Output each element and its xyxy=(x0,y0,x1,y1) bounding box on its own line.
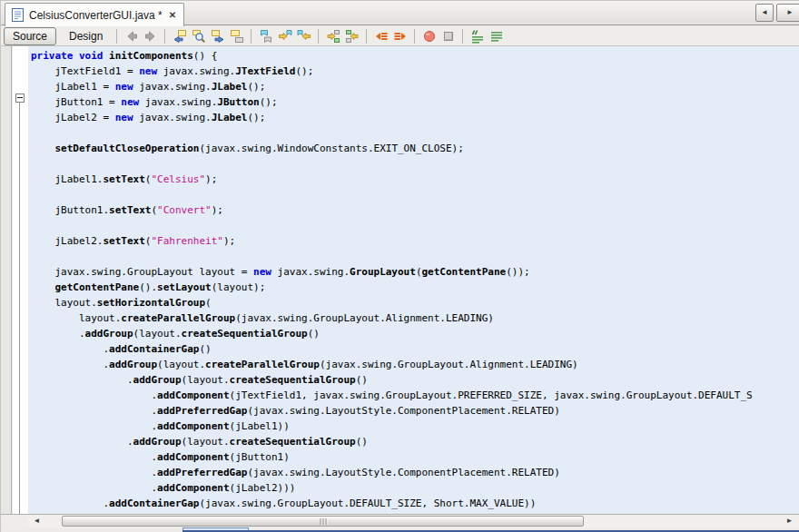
tab-scroll-right-button[interactable]: ► xyxy=(776,4,799,22)
source-view-button[interactable]: Source xyxy=(4,27,56,45)
fold-scope-line xyxy=(19,103,20,514)
toolbar-icons xyxy=(122,27,506,45)
shift-line-right-icon xyxy=(393,29,408,44)
code-line[interactable]: .addComponent(jLabel1)) xyxy=(31,419,799,434)
code-line[interactable] xyxy=(31,249,799,264)
code-line[interactable]: getContentPane().setLayout(layout); xyxy=(31,280,799,295)
code-line[interactable]: .addContainerGap() xyxy=(31,341,799,357)
code-line[interactable]: .addComponent(jButton1) xyxy=(31,449,799,465)
ide-editor-window: CelsiusConverterGUI.java * ✕ ◄ ► Source … xyxy=(0,0,799,532)
code-line[interactable]: jButton1.setText("Convert"); xyxy=(31,202,799,218)
previous-bookmark-icon xyxy=(297,29,311,44)
lower-window-edge xyxy=(1,527,799,532)
code-fold-bar xyxy=(13,46,28,514)
next-bookmark-button[interactable] xyxy=(275,27,294,45)
shift-line-left-button[interactable] xyxy=(371,27,390,45)
tab-close-icon[interactable]: ✕ xyxy=(168,11,177,20)
tab-label: CelsiusConverterGUI.java * xyxy=(29,9,163,22)
toolbar-separator xyxy=(164,29,165,44)
uncomment-icon xyxy=(489,29,504,44)
toggle-highlight-icon xyxy=(230,29,244,44)
code-line[interactable]: .addPreferredGap(javax.swing.LayoutStyle… xyxy=(31,403,799,419)
code-line[interactable] xyxy=(31,218,799,233)
toolbar-separator xyxy=(116,29,117,44)
code-line[interactable]: .addGroup(layout.createSequentialGroup() xyxy=(31,326,799,341)
toggle-bookmark-icon xyxy=(259,29,273,44)
toolbar-separator xyxy=(318,29,319,44)
shift-line-left-icon xyxy=(374,29,389,44)
toggle-highlight-button[interactable] xyxy=(227,27,246,45)
back-button[interactable] xyxy=(122,27,141,45)
code-line[interactable]: jLabel1 = new javax.swing.JLabel(); xyxy=(31,79,799,94)
code-line[interactable]: .addPreferredGap(javax.swing.LayoutStyle… xyxy=(31,465,799,480)
collapse-fold-icon[interactable] xyxy=(15,94,25,103)
forward-icon xyxy=(143,29,158,44)
glyph-gutter xyxy=(1,46,12,514)
toolbar-separator xyxy=(366,29,367,44)
code-line[interactable]: private void initComponents() { xyxy=(31,48,799,64)
code-line[interactable]: jLabel2.setText("Fahrenheit"); xyxy=(31,233,799,249)
toolbar-separator xyxy=(251,29,252,44)
jump-previous-button[interactable] xyxy=(170,27,189,45)
shift-line-right-button[interactable] xyxy=(390,27,409,45)
start-macro-recording-icon xyxy=(422,29,437,44)
find-selection-button[interactable] xyxy=(189,27,208,45)
next-bookmark-icon xyxy=(278,29,292,44)
design-view-button[interactable]: Design xyxy=(60,27,112,45)
code-line[interactable]: .addComponent(jLabel2))) xyxy=(31,480,799,496)
scroll-right-arrow-icon[interactable]: ► xyxy=(782,515,797,527)
horizontal-scrollbar[interactable]: ◄ ► xyxy=(1,514,799,527)
tab-celsiusconvertergui[interactable]: CelsiusConverterGUI.java * ✕ xyxy=(5,3,184,26)
stop-macro-recording-icon xyxy=(441,29,456,44)
previous-matching-word-button[interactable] xyxy=(342,27,361,45)
code-line[interactable]: jLabel2 = new javax.swing.JLabel(); xyxy=(31,110,799,125)
comment-icon xyxy=(470,29,485,44)
code-line[interactable]: layout.setHorizontalGroup( xyxy=(31,295,799,310)
scrollbar-grip-icon xyxy=(320,518,326,525)
toolbar-separator xyxy=(414,29,415,44)
code-line[interactable]: .addGroup(layout.createSequentialGroup() xyxy=(31,372,799,388)
jump-previous-icon xyxy=(173,29,187,44)
chevron-left-icon: ◄ xyxy=(761,8,768,16)
code-line[interactable]: .addGroup(layout.createSequentialGroup() xyxy=(31,434,799,449)
toggle-bookmark-button[interactable] xyxy=(256,27,275,45)
jump-next-icon xyxy=(211,29,225,44)
tab-scroll-left-button[interactable]: ◄ xyxy=(755,4,774,22)
next-matching-word-icon xyxy=(326,29,340,44)
code-line[interactable]: setDefaultCloseOperation(javax.swing.Win… xyxy=(31,141,799,156)
tab-bar: CelsiusConverterGUI.java * ✕ ◄ ► xyxy=(1,1,799,25)
code-line[interactable]: jButton1 = new javax.swing.JButton(); xyxy=(31,94,799,110)
code-line[interactable] xyxy=(31,156,799,172)
previous-bookmark-button[interactable] xyxy=(294,27,313,45)
start-macro-recording-button[interactable] xyxy=(419,27,439,45)
code-line[interactable]: .addContainerGap(javax.swing.GroupLayout… xyxy=(31,496,799,511)
next-matching-word-button[interactable] xyxy=(323,27,342,45)
code-area[interactable]: private void initComponents() { jTextFie… xyxy=(28,46,799,514)
scroll-left-arrow-icon[interactable]: ◄ xyxy=(29,515,44,527)
editor-toolbar: Source Design xyxy=(1,26,799,46)
code-line[interactable]: .addComponent(jTextField1, javax.swing.G… xyxy=(31,388,799,403)
code-line[interactable]: .addGroup(layout.createParallelGroup(jav… xyxy=(31,357,799,372)
code-line[interactable]: javax.swing.GroupLayout layout = new jav… xyxy=(31,264,799,280)
code-line[interactable] xyxy=(31,187,799,202)
scrollbar-thumb[interactable] xyxy=(62,516,584,527)
uncomment-button[interactable] xyxy=(487,27,506,45)
code-line[interactable] xyxy=(31,125,799,141)
java-file-icon xyxy=(12,8,24,22)
code-line[interactable]: jLabel1.setText("Celsius"); xyxy=(31,172,799,187)
code-line[interactable]: layout.createParallelGroup(javax.swing.G… xyxy=(31,310,799,326)
toolbar-separator xyxy=(462,29,463,44)
comment-button[interactable] xyxy=(468,27,487,45)
code-editor[interactable]: private void initComponents() { jTextFie… xyxy=(1,46,799,514)
chevron-right-icon: ► xyxy=(786,8,794,16)
stop-macro-recording-button[interactable] xyxy=(439,27,458,45)
jump-next-button[interactable] xyxy=(208,27,227,45)
previous-matching-word-icon xyxy=(345,29,360,44)
scrollbar-corner xyxy=(1,515,28,527)
back-icon xyxy=(124,29,139,44)
forward-button[interactable] xyxy=(141,27,160,45)
code-line[interactable]: jTextField1 = new javax.swing.JTextField… xyxy=(31,64,799,79)
find-selection-icon xyxy=(192,29,206,44)
